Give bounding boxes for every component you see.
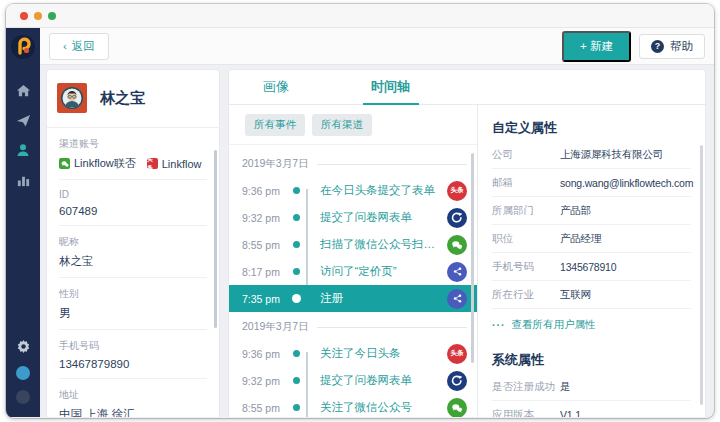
- attributes-scrollbar[interactable]: [700, 145, 703, 405]
- filter-all-events[interactable]: 所有事件: [245, 114, 305, 136]
- chevron-left-icon: ‹: [63, 40, 67, 52]
- event-dot: [292, 294, 301, 303]
- timeline-event[interactable]: 8:55 pm 扫描了微信公众号扫描了微信小... 头条: [242, 231, 467, 258]
- profile-panel: 林之宝 渠道账号 Linkflow联否: [46, 69, 220, 417]
- system-attributes-title: 系统属性: [492, 348, 691, 373]
- channel-wechat[interactable]: Linkflow联否: [59, 156, 136, 171]
- timeline-date: 2019年3月7日: [242, 149, 467, 177]
- field-nickname: 昵称林之宝: [59, 226, 207, 278]
- attr-department: 所属部门产品部: [492, 197, 691, 225]
- linkflow-logo-icon[interactable]: [11, 35, 35, 59]
- wechat-icon: [59, 158, 70, 169]
- timeline-filters: 所有事件 所有渠道: [229, 105, 477, 145]
- ellipsis-icon: ···: [492, 319, 506, 331]
- toutiao-icon: 头条: [147, 158, 158, 169]
- timeline-event[interactable]: 9:32 pm 提交了问卷网表单 头条: [242, 367, 467, 394]
- attributes-panel: 自定义属性 公司上海源犀科技有限公司 邮箱song.wang@linkflowt…: [478, 105, 705, 417]
- field-id: ID607489: [59, 180, 207, 226]
- timeline-panel: 所有事件 所有渠道 2019年3月7日 9:36 p: [229, 105, 478, 417]
- profile-avatar: [57, 83, 87, 113]
- attr-email: 邮箱song.wang@linkflowtech.com: [492, 169, 691, 197]
- profile-header: 林之宝: [47, 70, 219, 128]
- timeline-list: 2019年3月7日 9:36 pm 在今日头条提交了表单: [229, 145, 477, 417]
- event-dot: [293, 404, 300, 411]
- profile-fields: 渠道账号 Linkflow联否 头条 Li: [47, 128, 219, 417]
- tab-timeline[interactable]: 时间轴: [369, 70, 412, 104]
- timeline-event[interactable]: 8:17 pm 访问了“定价页” 头条: [242, 258, 467, 285]
- tab-portrait[interactable]: 画像: [261, 70, 291, 104]
- app-window: ‹返回 + 新建 ?帮助 林之宝 渠道账号: [6, 4, 714, 418]
- filter-all-channels[interactable]: 所有渠道: [312, 114, 372, 136]
- settings-gear-icon[interactable]: [15, 338, 31, 354]
- back-button[interactable]: ‹返回: [49, 33, 109, 60]
- timeline-date: 2019年3月7日: [242, 312, 467, 340]
- channel-icon: 头条: [447, 398, 467, 418]
- attr-company: 公司上海源犀科技有限公司: [492, 141, 691, 169]
- new-button[interactable]: + 新建: [562, 31, 631, 62]
- channel-icon: 头条: [447, 262, 467, 282]
- timeline-scrollbar[interactable]: [471, 153, 474, 363]
- field-address: 地址中国 上海 徐汇: [59, 379, 207, 417]
- attr-mobile: 手机号码1345678910: [492, 253, 691, 281]
- analytics-icon[interactable]: [15, 172, 31, 188]
- channel-icon: 头条: [447, 344, 467, 364]
- nav-rail: [6, 28, 40, 417]
- channel-icon: 头条: [447, 181, 467, 201]
- event-dot: [293, 214, 300, 221]
- field-gender: 性别男: [59, 278, 207, 330]
- attr-position: 职位产品经理: [492, 225, 691, 253]
- event-dot: [293, 187, 300, 194]
- event-dot: [293, 268, 300, 275]
- attr-registered: 是否注册成功是: [492, 373, 691, 401]
- channel-icon: 头条: [447, 235, 467, 255]
- view-all-attributes-link[interactable]: ··· 查看所有用户属性: [492, 309, 691, 339]
- event-dot: [293, 241, 300, 248]
- tabbar: 画像 时间轴: [229, 70, 705, 105]
- attr-app-version: 应用版本V1.1: [492, 401, 691, 417]
- field-channels: 渠道账号 Linkflow联否 头条 Li: [59, 128, 207, 180]
- attr-industry: 所在行业互联网: [492, 281, 691, 309]
- home-icon[interactable]: [15, 82, 31, 98]
- minimize-window-dot[interactable]: [34, 12, 42, 20]
- channel-icon: 头条: [447, 289, 467, 309]
- channel-icon: 头条: [447, 371, 467, 391]
- close-window-dot[interactable]: [20, 12, 28, 20]
- send-icon[interactable]: [15, 112, 31, 128]
- channel-icon: 头条: [447, 208, 467, 228]
- custom-attributes-title: 自定义属性: [492, 116, 691, 141]
- timeline-event[interactable]: 9:32 pm 提交了问卷网表单 头条: [242, 204, 467, 231]
- event-dot: [293, 377, 300, 384]
- contacts-icon[interactable]: [15, 142, 31, 158]
- channel-toutiao[interactable]: 头条 Linkflow: [147, 158, 202, 170]
- event-dot: [293, 350, 300, 357]
- field-mobile: 手机号码13467879890: [59, 330, 207, 379]
- profile-scrollbar[interactable]: [214, 150, 217, 328]
- timeline-event[interactable]: 9:36 pm 关注了今日头条 头条: [242, 340, 467, 367]
- help-button[interactable]: ?帮助: [639, 34, 705, 59]
- timeline-event[interactable]: 9:36 pm 在今日头条提交了表单 头条: [242, 177, 467, 204]
- maximize-window-dot[interactable]: [48, 12, 56, 20]
- chat-bubble-icon[interactable]: [16, 366, 30, 380]
- profile-name: 林之宝: [100, 89, 145, 108]
- timeline-event[interactable]: 8:55 pm 关注了微信公众号 头条: [242, 394, 467, 417]
- page-header: ‹返回 + 新建 ?帮助: [40, 28, 714, 65]
- detail-panel: 画像 时间轴 所有事件 所有渠道 2019年3月7日: [228, 69, 706, 417]
- timeline-event-selected[interactable]: 7:35 pm 注册 头条: [229, 285, 477, 312]
- user-avatar-icon[interactable]: [16, 390, 30, 404]
- question-icon: ?: [651, 40, 664, 53]
- window-titlebar: [6, 4, 714, 28]
